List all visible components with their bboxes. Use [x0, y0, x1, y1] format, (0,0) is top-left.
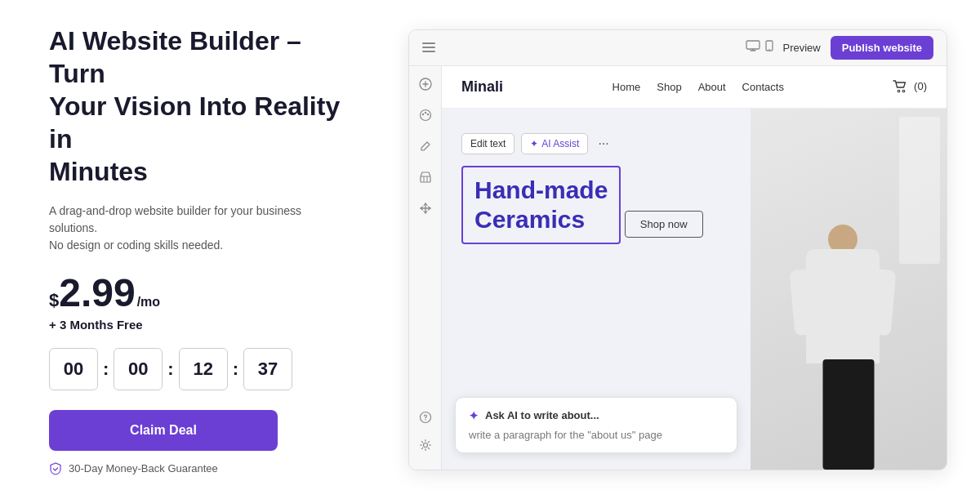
site-menu: Home Shop About Contacts — [612, 81, 784, 93]
shield-icon — [49, 462, 62, 475]
claim-deal-button[interactable]: Claim Deal — [49, 410, 278, 451]
shelf-decor — [899, 117, 940, 264]
sidebar-bottom — [417, 409, 434, 460]
countdown-hours: 00 — [49, 348, 98, 390]
nav-about[interactable]: About — [698, 81, 726, 93]
settings-icon[interactable] — [417, 437, 434, 453]
shop-now-button[interactable]: Shop now — [625, 211, 703, 238]
edit-icon[interactable] — [417, 138, 434, 154]
cart-count: (0) — [914, 80, 927, 92]
publish-button[interactable]: Publish website — [831, 36, 933, 60]
device-icons — [746, 40, 773, 55]
sparkle-icon: ✦ — [530, 138, 538, 149]
countdown-minutes: 00 — [114, 348, 163, 390]
topbar-left — [422, 42, 435, 52]
nav-home[interactable]: Home — [612, 81, 641, 93]
nav-shop[interactable]: Shop — [657, 81, 681, 93]
move-icon[interactable] — [417, 200, 434, 216]
ai-assist-button[interactable]: ✦ AI Assist — [521, 133, 588, 154]
builder-sidebar — [409, 66, 442, 470]
svg-point-5 — [421, 113, 423, 114]
countdown-sep-2: : — [167, 359, 173, 380]
site-logo: Minali — [461, 78, 503, 96]
svg-point-7 — [426, 113, 428, 114]
store-icon[interactable] — [417, 169, 434, 185]
ai-popup-header: ✦ Ask AI to write about... — [469, 409, 724, 422]
free-months: + 3 Months Free — [49, 318, 351, 332]
help-icon[interactable] — [417, 409, 434, 425]
right-panel: Preview Publish website — [392, 0, 980, 499]
site-hero-content: Edit text ✦ AI Assist ··· Hand-made C — [442, 109, 751, 470]
site-heading: Hand-made Ceramics — [474, 176, 608, 234]
builder-canvas: Minali Home Shop About Contacts (0) — [442, 66, 947, 470]
edit-text-button[interactable]: Edit text — [461, 133, 514, 154]
countdown-seconds: 12 — [179, 348, 228, 390]
mobile-icon[interactable] — [765, 40, 773, 55]
topbar-right: Preview Publish website — [746, 36, 934, 60]
site-cart[interactable]: (0) — [893, 80, 927, 94]
svg-rect-8 — [421, 176, 430, 182]
price-amount: 2.99 — [59, 274, 135, 313]
svg-point-2 — [768, 49, 769, 50]
builder-window: Preview Publish website — [408, 29, 947, 470]
site-hero-image — [751, 109, 947, 470]
nav-contacts[interactable]: Contacts — [742, 81, 784, 93]
countdown-ms: 37 — [243, 348, 292, 390]
countdown-sep-3: : — [233, 359, 238, 380]
person-figure — [786, 225, 900, 470]
builder-topbar: Preview Publish website — [409, 30, 947, 66]
more-options-button[interactable]: ··· — [595, 135, 612, 153]
builder-body: Minali Home Shop About Contacts (0) — [409, 66, 947, 470]
edit-toolbar: Edit text ✦ AI Assist ··· — [461, 133, 731, 154]
site-nav: Minali Home Shop About Contacts (0) — [442, 66, 947, 109]
svg-point-13 — [903, 90, 906, 92]
desktop-icon[interactable] — [746, 40, 760, 55]
left-panel: AI Website Builder – Turn Your Vision In… — [0, 0, 392, 499]
add-element-icon[interactable] — [417, 76, 434, 92]
countdown-sep-1: : — [103, 359, 109, 380]
site-hero: Edit text ✦ AI Assist ··· Hand-made C — [442, 109, 947, 470]
palette-icon[interactable] — [417, 107, 434, 123]
hero-title: AI Website Builder – Turn Your Vision In… — [49, 25, 351, 188]
price-dollar: $ — [49, 290, 59, 311]
svg-point-10 — [425, 419, 425, 420]
guarantee-row: 30-Day Money-Back Guarantee — [49, 462, 351, 475]
hero-subtitle: A drag-and-drop website builder for your… — [49, 203, 351, 254]
preview-button[interactable]: Preview — [783, 42, 821, 54]
svg-rect-0 — [746, 41, 760, 49]
countdown: 00 : 00 : 12 : 37 — [49, 348, 351, 390]
svg-point-4 — [420, 109, 430, 120]
person-right-leg — [846, 359, 875, 470]
ai-popup-input[interactable]: write a paragraph for the "about us" pag… — [469, 429, 724, 441]
price-row: $ 2.99 /mo — [49, 274, 351, 313]
svg-point-6 — [424, 111, 425, 113]
person-right-arm — [866, 268, 897, 335]
ai-popup-sparkle-icon: ✦ — [469, 409, 479, 422]
svg-point-12 — [898, 90, 901, 92]
guarantee-text: 30-Day Money-Back Guarantee — [69, 462, 218, 474]
price-mo: /mo — [137, 295, 160, 310]
hamburger-icon[interactable] — [422, 42, 435, 52]
svg-point-11 — [423, 443, 427, 447]
ai-popup: ✦ Ask AI to write about... write a parag… — [455, 397, 737, 453]
site-heading-box: Hand-made Ceramics — [461, 166, 621, 244]
